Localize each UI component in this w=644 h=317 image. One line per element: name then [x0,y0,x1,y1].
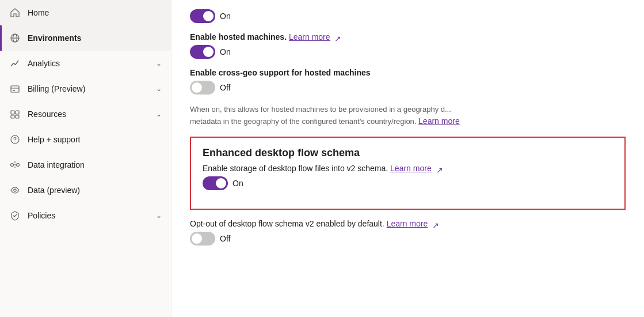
toggle-optout-status: Off [220,234,230,243]
help-icon [9,134,21,145]
svg-rect-5 [13,90,15,91]
toggle-row-enhanced: On [203,176,613,190]
sidebar-item-policies[interactable]: Policies ⌄ [0,203,171,228]
sidebar-item-analytics[interactable]: Analytics ⌄ [0,51,171,76]
sidebar-item-billing[interactable]: Billing (Preview) ⌄ [0,76,171,101]
policies-icon [9,210,21,221]
toggle-1[interactable] [190,9,215,23]
enhanced-desktop-flow-section: Enhanced desktop flow schema Enable stor… [190,137,626,210]
svg-point-15 [14,189,16,191]
sidebar-item-billing-label: Billing (Preview) [28,84,149,93]
resources-chevron-icon: ⌄ [156,110,162,118]
toggle-row-1: On [190,9,626,23]
sidebar-item-help-label: Help + support [28,135,162,144]
svg-rect-7 [16,111,19,114]
enhanced-desktop-flow-title: Enhanced desktop flow schema [203,147,613,159]
sidebar-item-policies-label: Policies [28,211,149,220]
enhanced-desktop-flow-external-icon: ↗ [436,165,443,172]
data-integration-icon [9,159,21,171]
toggle-row-cross-geo: Off [190,81,626,95]
toggle-enhanced[interactable] [203,176,228,190]
sidebar-item-resources-label: Resources [28,110,149,119]
billing-icon [9,83,21,95]
enhanced-desktop-flow-label: Enable storage of desktop flow files int… [203,164,613,173]
sidebar-item-help[interactable]: Help + support [0,127,171,152]
hosted-machines-setting: Enable hosted machines. Learn more ↗ On [190,32,626,59]
sidebar-item-home-label: Home [28,8,162,17]
optout-learn-more[interactable]: Learn more [387,219,428,228]
hosted-machines-external-icon: ↗ [334,34,341,41]
home-icon [9,7,21,18]
cross-geo-setting: Enable cross-geo support for hosted mach… [190,68,626,127]
toggle-optout[interactable] [190,232,215,246]
toggle-cross-geo-status: Off [220,83,230,92]
toggle-enhanced-status: On [233,179,243,188]
toggle-row-optout: Off [190,232,626,246]
svg-rect-6 [11,111,14,114]
hosted-machines-label: Enable hosted machines. Learn more ↗ [190,32,626,41]
main-content: On Enable hosted machines. Learn more ↗ … [172,0,644,317]
svg-rect-3 [11,86,19,92]
svg-rect-9 [16,115,19,118]
enhanced-desktop-flow-learn-more[interactable]: Learn more [390,164,432,173]
sidebar-item-analytics-label: Analytics [28,59,149,68]
hosted-machines-learn-more[interactable]: Learn more [289,32,330,41]
chart-icon [9,58,21,69]
optout-setting: Opt-out of desktop flow schema v2 enable… [190,219,626,246]
sidebar-item-data-preview[interactable]: Data (preview) [0,178,171,203]
sidebar-item-environments[interactable]: Environments [0,25,171,51]
billing-chevron-icon: ⌄ [156,85,162,93]
globe-icon [9,32,21,44]
optout-label: Opt-out of desktop flow schema v2 enable… [190,219,626,228]
sidebar: Home Environments Analytics ⌄ [0,0,172,317]
svg-point-13 [17,164,20,167]
resources-icon [9,108,21,120]
svg-rect-4 [11,88,19,89]
sidebar-item-data-integration[interactable]: Data integration [0,152,171,178]
sidebar-item-resources[interactable]: Resources ⌄ [0,101,171,127]
sidebar-item-environments-label: Environments [28,33,162,43]
toggle-hosted-status: On [220,47,231,56]
toggle-row-hosted: On [190,45,626,59]
data-preview-icon [9,184,21,196]
sidebar-item-data-integration-label: Data integration [28,160,162,169]
cross-geo-label: Enable cross-geo support for hosted mach… [190,68,626,77]
svg-point-11 [14,142,15,142]
toggle-hosted[interactable] [190,45,215,59]
sidebar-item-data-preview-label: Data (preview) [28,186,162,195]
cross-geo-learn-more[interactable]: Learn more [418,116,460,126]
cross-geo-description: When on, this allows for hosted machines… [190,104,626,127]
sidebar-item-home[interactable]: Home [0,0,171,25]
toggle-cross-geo[interactable] [190,81,215,95]
analytics-chevron-icon: ⌄ [156,59,162,67]
policies-chevron-icon: ⌄ [156,212,162,220]
svg-rect-8 [11,115,14,118]
svg-point-12 [11,164,14,167]
toggle-1-status: On [220,12,231,21]
optout-external-icon: ↗ [432,221,439,228]
